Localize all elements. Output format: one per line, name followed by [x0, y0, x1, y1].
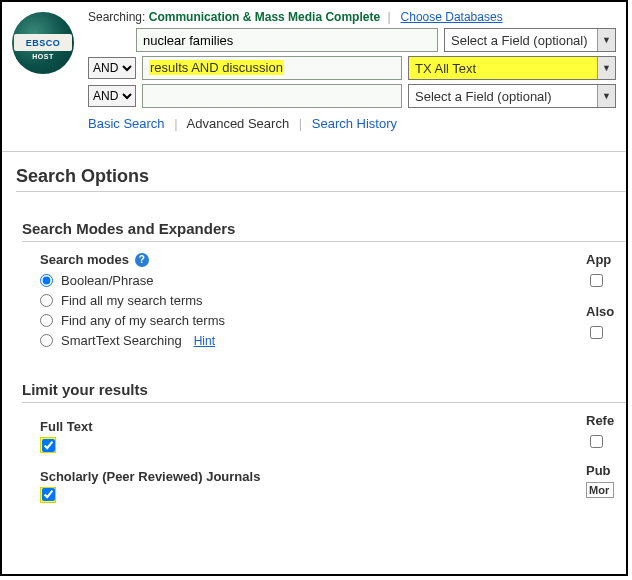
- modes-section: Search Modes and Expanders Search modes …: [16, 220, 626, 353]
- field-select-2-value: TX All Text: [415, 61, 476, 76]
- search-row-1: Select a Field (optional) ▼: [88, 28, 616, 52]
- apply-label-partial: App: [586, 252, 626, 267]
- pub-label-partial: Pub: [586, 463, 626, 478]
- searching-line: Searching: Communication & Mass Media Co…: [88, 10, 616, 24]
- search-row-2: AND results AND discussion TX All Text ▼: [88, 56, 616, 80]
- also-checkbox[interactable]: [590, 326, 603, 339]
- database-name: Communication & Mass Media Complete: [149, 10, 380, 24]
- limit-heading: Limit your results: [22, 381, 626, 403]
- refe-label-partial: Refe: [586, 413, 626, 428]
- field-select-3[interactable]: Select a Field (optional) ▼: [408, 84, 616, 108]
- basic-search-link[interactable]: Basic Search: [88, 116, 165, 131]
- logo-brand: EBSCO: [26, 38, 61, 48]
- also-label-partial: Also: [586, 304, 626, 319]
- apply-checkbox[interactable]: [590, 274, 603, 287]
- smarttext-hint-link[interactable]: Hint: [194, 334, 215, 348]
- full-text-check-hl: [40, 437, 56, 453]
- limit-section: Limit your results Full Text Scholarly (…: [16, 381, 626, 504]
- search-term-2-wrap[interactable]: results AND discussion: [142, 56, 402, 80]
- searching-label: Searching:: [88, 10, 145, 24]
- search-term-2: results AND discussion: [149, 60, 284, 75]
- scholarly-checkbox[interactable]: [42, 488, 55, 501]
- search-options-title: Search Options: [16, 166, 626, 192]
- references-checkbox[interactable]: [590, 435, 603, 448]
- field-select-1-value: Select a Field (optional): [451, 33, 588, 48]
- search-mode-links: Basic Search | Advanced Search | Search …: [88, 116, 616, 131]
- full-text-label: Full Text: [40, 419, 586, 434]
- app-frame: EBSCO HOST Searching: Communication & Ma…: [0, 0, 628, 576]
- ebsco-logo: EBSCO HOST: [12, 12, 74, 74]
- search-term-3[interactable]: [142, 84, 402, 108]
- expanders-right: App Also: [586, 252, 626, 353]
- search-modes-label: Search modes ?: [40, 252, 586, 267]
- search-header: EBSCO HOST Searching: Communication & Ma…: [2, 2, 626, 141]
- pub-month-partial[interactable]: Mor: [586, 482, 614, 498]
- search-options: Search Options Search Modes and Expander…: [2, 152, 626, 504]
- scholarly-label: Scholarly (Peer Reviewed) Journals: [40, 469, 586, 484]
- boolean-op-3[interactable]: AND: [88, 85, 136, 107]
- limit-right: Refe Pub Mor: [586, 413, 626, 504]
- mode-smarttext[interactable]: SmartText Searching Hint: [40, 333, 586, 348]
- search-term-1[interactable]: [136, 28, 438, 52]
- field-select-2[interactable]: TX All Text ▼: [408, 56, 616, 80]
- search-history-link[interactable]: Search History: [312, 116, 397, 131]
- choose-databases-link[interactable]: Choose Databases: [401, 10, 503, 24]
- search-block: Searching: Communication & Mass Media Co…: [88, 10, 616, 131]
- chevron-down-icon: ▼: [597, 85, 615, 107]
- mode-boolean[interactable]: Boolean/Phrase: [40, 273, 586, 288]
- help-icon[interactable]: ?: [135, 253, 149, 267]
- field-select-1[interactable]: Select a Field (optional) ▼: [444, 28, 616, 52]
- modes-heading: Search Modes and Expanders: [22, 220, 626, 242]
- full-text-checkbox[interactable]: [42, 439, 55, 452]
- field-select-3-value: Select a Field (optional): [415, 89, 552, 104]
- chevron-down-icon: ▼: [597, 57, 615, 79]
- boolean-op-2[interactable]: AND: [88, 57, 136, 79]
- mode-find-any[interactable]: Find any of my search terms: [40, 313, 586, 328]
- advanced-search-current: Advanced Search: [187, 116, 290, 131]
- logo-sub: HOST: [12, 53, 74, 60]
- chevron-down-icon: ▼: [597, 29, 615, 51]
- scholarly-check-hl: [40, 487, 56, 503]
- mode-find-all[interactable]: Find all my search terms: [40, 293, 586, 308]
- search-row-3: AND Select a Field (optional) ▼: [88, 84, 616, 108]
